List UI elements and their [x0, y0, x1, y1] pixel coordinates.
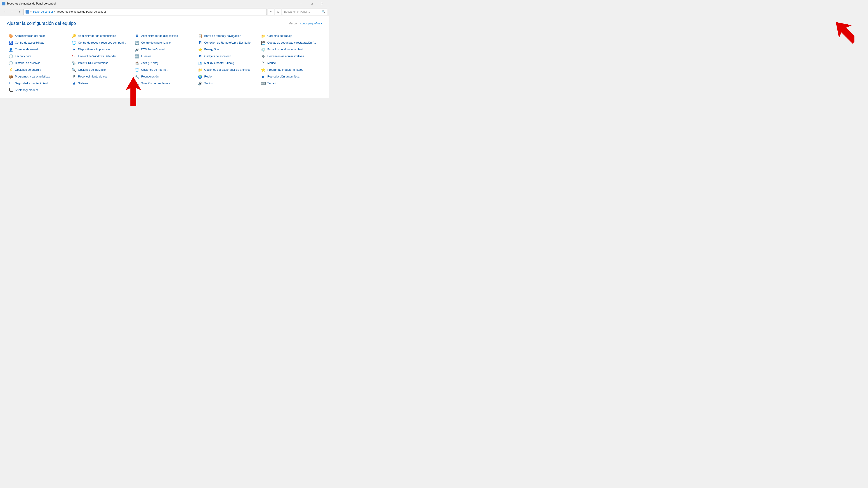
troubleshoot-label: Solución de problemas	[141, 82, 170, 85]
control-item-power-options[interactable]: ⚡Opciones de energía	[7, 66, 70, 73]
content-header: Ajustar la configuración del equipo Ver …	[7, 21, 322, 29]
desktop-gadgets-icon: 🖥	[198, 54, 203, 59]
control-item-phone-modem[interactable]: 📞Teléfono y módem	[7, 87, 70, 94]
up-button[interactable]: ↑	[16, 8, 23, 15]
intel-proset-icon: 📡	[72, 61, 76, 65]
control-item-accessibility[interactable]: ♿Centro de accesibilidad	[7, 39, 70, 46]
phone-modem-label: Teléfono y módem	[15, 88, 38, 92]
path-link-root[interactable]: Panel de control	[33, 10, 53, 13]
control-item-dts-audio[interactable]: 🔊DTS Audio Control	[133, 46, 196, 53]
internet-options-label: Opciones de Internet	[141, 68, 167, 72]
search-box[interactable]: Buscar en el Panel ... 🔍	[282, 8, 327, 15]
control-item-recovery[interactable]: 🔧Recuperación	[133, 73, 196, 80]
close-button[interactable]: ✕	[317, 0, 327, 7]
file-explorer-options-icon: 📁	[198, 68, 203, 72]
maximize-button[interactable]: □	[307, 0, 317, 7]
energy-star-icon: ⭐	[198, 47, 203, 52]
control-item-mouse[interactable]: 🖱Mouse	[259, 60, 322, 66]
control-item-date-time[interactable]: 🕐Fecha y hora	[7, 53, 70, 60]
control-item-region[interactable]: 🌍Región	[196, 73, 259, 80]
mail-outlook-icon: 📧	[198, 61, 203, 65]
control-item-fonts[interactable]: 🔤Fuentes	[133, 53, 196, 60]
control-item-keyboard[interactable]: ⌨Teclado	[259, 80, 322, 87]
desktop-gadgets-label: Gadgets de escritorio	[204, 55, 231, 58]
back-button[interactable]: ←	[2, 8, 8, 15]
control-item-energy-star[interactable]: ⭐Energy Star	[196, 46, 259, 53]
control-item-work-folders[interactable]: 📁Carpetas de trabajo	[259, 33, 322, 39]
programs-features-label: Programas y características	[15, 75, 50, 78]
color-admin-icon: 🎨	[8, 34, 13, 38]
color-admin-label: Administración del color	[15, 34, 45, 38]
control-item-security-maintenance[interactable]: 🛡Seguridad y mantenimiento	[7, 80, 70, 87]
windows-firewall-icon: 🛡	[72, 54, 76, 59]
control-item-intel-proset[interactable]: 📡Intel® PROSet/Wireless	[70, 60, 133, 66]
control-item-java[interactable]: ☕Java (32 bits)	[133, 60, 196, 66]
control-item-programs-features[interactable]: 📦Programas y características	[7, 73, 70, 80]
control-item-windows-firewall[interactable]: 🛡Firewall de Windows Defender	[70, 53, 133, 60]
address-dropdown-button[interactable]: ▾	[268, 8, 274, 15]
mail-outlook-label: Mail (Microsoft Outlook)	[204, 61, 234, 65]
region-label: Región	[204, 75, 213, 78]
control-item-system[interactable]: 🖥Sistema	[70, 80, 133, 87]
energy-star-label: Energy Star	[204, 48, 219, 51]
control-item-devices-printers[interactable]: 🖨Dispositivos e impresoras	[70, 46, 133, 53]
dts-audio-icon: 🔊	[135, 47, 139, 52]
control-item-autoplay[interactable]: ▶Reproducción automática	[259, 73, 322, 80]
control-item-network-sharing[interactable]: 🌐Centro de redes y recursos comparti...	[70, 39, 133, 46]
java-label: Java (32 bits)	[141, 61, 158, 65]
indexing-options-icon: 🔍	[72, 68, 76, 72]
control-item-file-history[interactable]: 🕐Historial de archivos	[7, 60, 70, 66]
control-item-sync-center[interactable]: 🔄Centro de sincronización	[133, 39, 196, 46]
path-sep-2: ►	[54, 10, 56, 13]
control-item-user-accounts[interactable]: 👤Cuentas de usuario	[7, 46, 70, 53]
taskbar-nav-icon: 📋	[198, 34, 203, 38]
control-item-internet-options[interactable]: 🌐Opciones de Internet	[133, 66, 196, 73]
admin-tools-label: Herramientas administrativas	[268, 55, 304, 58]
minimize-button[interactable]: ─	[296, 0, 307, 7]
control-item-remoteapp[interactable]: 🖥Conexión de RemoteApp y Escritorio	[196, 39, 259, 46]
recovery-label: Recuperación	[141, 75, 158, 78]
system-icon: 🖥	[72, 81, 76, 86]
control-item-credential-admin[interactable]: 🔑Administrador de credenciales	[70, 33, 133, 39]
control-item-default-programs[interactable]: ⭐Programas predeterminados	[259, 66, 322, 73]
java-icon: ☕	[135, 61, 139, 65]
control-item-troubleshoot[interactable]: 🔧Solución de problemas	[133, 80, 196, 87]
title-bar: Todos los elementos de Panel de control …	[0, 0, 329, 7]
forward-button[interactable]: →	[9, 8, 16, 15]
taskbar-nav-label: Barra de tareas y navegación	[204, 34, 241, 38]
windows-firewall-label: Firewall de Windows Defender	[78, 55, 116, 58]
control-item-mail-outlook[interactable]: 📧Mail (Microsoft Outlook)	[196, 60, 259, 66]
items-grid: 🎨Administración del color🔑Administrador …	[7, 33, 322, 94]
view-value-text: Iconos pequeños	[300, 22, 320, 25]
control-item-color-admin[interactable]: 🎨Administración del color	[7, 33, 70, 39]
power-options-label: Opciones de energía	[15, 68, 41, 72]
file-history-icon: 🕐	[8, 61, 13, 65]
control-item-backup-restore[interactable]: 💾Copias de seguridad y restauración (...	[259, 39, 322, 46]
troubleshoot-icon: 🔧	[135, 81, 139, 86]
view-dropdown-icon: ▾	[321, 22, 322, 25]
control-item-taskbar-nav[interactable]: 📋Barra de tareas y navegación	[196, 33, 259, 39]
devices-printers-icon: 🖨	[72, 47, 76, 52]
system-label: Sistema	[78, 82, 88, 85]
address-path[interactable]: ► Panel de control ► Todos los elementos…	[24, 8, 267, 15]
mouse-icon: 🖱	[261, 61, 266, 65]
view-label: Ver por:	[289, 22, 298, 25]
path-sep-1: ►	[30, 10, 32, 13]
control-item-storage-spaces[interactable]: 💿Espacios de almacenamiento	[259, 46, 322, 53]
refresh-button[interactable]: ↻	[275, 8, 281, 15]
view-value-button[interactable]: Iconos pequeños ▾	[300, 22, 322, 25]
window-title: Todos los elementos de Panel de control	[7, 2, 296, 5]
control-item-indexing-options[interactable]: 🔍Opciones de indización	[70, 66, 133, 73]
control-item-sound[interactable]: 🔊Sonido	[196, 80, 259, 87]
fonts-icon: 🔤	[135, 54, 139, 59]
control-item-admin-tools[interactable]: ⚙Herramientas administrativas	[259, 53, 322, 60]
control-item-file-explorer-options[interactable]: 📁Opciones del Explorador de archivos	[196, 66, 259, 73]
control-item-desktop-gadgets[interactable]: 🖥Gadgets de escritorio	[196, 53, 259, 60]
speech-recognition-icon: 🎙	[72, 74, 76, 79]
admin-tools-icon: ⚙	[261, 54, 266, 59]
control-item-device-admin[interactable]: 🖥Administrador de dispositivos	[133, 33, 196, 39]
control-item-speech-recognition[interactable]: 🎙Reconocimiento de voz	[70, 73, 133, 80]
window-icon	[2, 2, 5, 5]
mouse-label: Mouse	[268, 61, 276, 65]
sound-label: Sonido	[204, 82, 213, 85]
